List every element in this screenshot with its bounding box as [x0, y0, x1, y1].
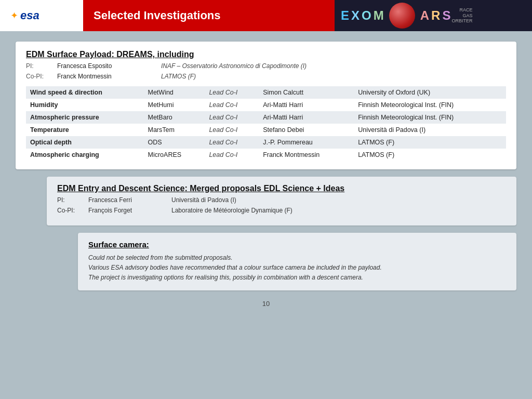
title-text: Selected Investigations	[94, 9, 221, 22]
edm-entry-descent-card: EDM Entry and Descent Science: Merged pr…	[47, 177, 516, 225]
instrument-institution: Finnish Meteorological Inst. (FIN)	[354, 99, 506, 111]
table-row: Humidity MetHumi Lead Co-I Ari-Matti Har…	[26, 99, 506, 111]
instrument-name: Temperature	[26, 124, 144, 136]
instrument-person: J.-P. Pommereau	[259, 136, 354, 149]
main-content: EDM Surface Payload: DREAMS, including P…	[0, 31, 532, 318]
instrument-institution: University of Oxford (UK)	[354, 86, 506, 99]
card2-title-underline: EDM Entry and Descent Science	[57, 184, 184, 193]
letter-a: A	[419, 8, 430, 23]
instrument-role: Lead Co-I	[205, 99, 259, 111]
card3-line2: Various ESA advisory bodies have recomme…	[88, 263, 506, 273]
card2-copi-label: Co-PI:	[57, 206, 88, 215]
table-row: Temperature MarsTem Lead Co-I Stefano De…	[26, 124, 506, 136]
instrument-institution: LATMOS (F)	[354, 149, 506, 161]
pi-label: PI:	[26, 61, 57, 71]
instrument-person: Ari-Matti Harri	[259, 111, 354, 124]
card2-pi-label: PI:	[57, 195, 88, 205]
card1-title-underline: EDM Surface Payload	[26, 50, 112, 59]
race-gas-orbiter-badge: RACE GAS ORBITER	[451, 7, 472, 24]
instrument-code: MicroARES	[144, 149, 205, 161]
instrument-role: Lead Co-I	[205, 86, 259, 99]
instrument-name: Optical depth	[26, 136, 144, 149]
card3-line1: Could not be selected from the submitted…	[88, 253, 506, 263]
instrument-name: Atmospheric pressure	[26, 111, 144, 124]
instrument-name: Atmospheric charging	[26, 149, 144, 161]
card3-body: Could not be selected from the submitted…	[88, 253, 506, 283]
esa-star-icon: ✦	[10, 10, 18, 21]
card1-title: EDM Surface Payload: DREAMS, including	[26, 50, 506, 59]
instrument-role: Lead Co-I	[205, 111, 259, 124]
page-header: ✦ esa Selected Investigations E X O M A …	[0, 0, 532, 31]
instrument-institution: Università di Padova (I)	[354, 124, 506, 136]
instrument-code: MetBaro	[144, 111, 205, 124]
instrument-role: Lead Co-I	[205, 124, 259, 136]
card3-title: Surface camera:	[88, 240, 506, 249]
page-title: Selected Investigations	[83, 0, 335, 31]
instrument-name: Wind speed & direction	[26, 86, 144, 99]
esa-logo-area: ✦ esa	[0, 0, 83, 31]
instruments-table: Wind speed & direction MetWind Lead Co-I…	[26, 86, 506, 161]
card2-title-rest: : Merged proposals EDL Science + Ideas	[184, 184, 344, 193]
exomars-letters: E X O M A R S	[340, 3, 451, 29]
mars-planet-graphic	[389, 3, 415, 29]
surface-camera-card: Surface camera: Could not be selected fr…	[78, 233, 516, 290]
copi-label: Co-PI:	[26, 72, 57, 81]
letter-r: R	[430, 8, 441, 23]
card3-line3: The project is investigating options for…	[88, 273, 506, 283]
esa-text: esa	[20, 9, 39, 22]
letter-s: S	[441, 8, 451, 23]
instrument-person: Franck Montmessin	[259, 149, 354, 161]
table-row: Wind speed & direction MetWind Lead Co-I…	[26, 86, 506, 99]
pi-name: Francesca Esposito	[57, 61, 161, 71]
copi-name: Franck Montmessin	[57, 72, 161, 81]
instrument-code: MetHumi	[144, 99, 205, 111]
card2-pi-institution: Università di Padova (I)	[171, 195, 506, 205]
table-row: Optical depth ODS Lead Co-I J.-P. Pommer…	[26, 136, 506, 149]
card2-copi-institution: Laboratoire de Météorologie Dynamique (F…	[171, 206, 506, 215]
card1-credits: PI: Francesca Esposito INAF – Osservator…	[26, 61, 506, 81]
instrument-code: MarsTem	[144, 124, 205, 136]
letter-m: M	[373, 8, 385, 23]
instrument-role: Lead Co-I	[205, 149, 259, 161]
esa-logo: ✦ esa	[10, 9, 39, 22]
card2-title: EDM Entry and Descent Science: Merged pr…	[57, 184, 506, 193]
edm-surface-payload-card: EDM Surface Payload: DREAMS, including P…	[16, 42, 516, 169]
copi-institution: LATMOS (F)	[161, 72, 506, 81]
instrument-code: MetWind	[144, 86, 205, 99]
exomars-branding: E X O M A R S RACE GAS ORBITER	[335, 0, 532, 31]
letter-x: X	[350, 8, 361, 23]
card1-title-rest: : DREAMS, including	[112, 50, 194, 59]
instrument-person: Ari-Matti Harri	[259, 99, 354, 111]
page-number: 10	[16, 300, 516, 308]
card2-credits: PI: Francesca Ferri Università di Padova…	[57, 195, 506, 215]
instrument-person: Stefano Debei	[259, 124, 354, 136]
instrument-institution: LATMOS (F)	[354, 136, 506, 149]
instrument-person: Simon Calcutt	[259, 86, 354, 99]
instrument-name: Humidity	[26, 99, 144, 111]
table-row: Atmospheric pressure MetBaro Lead Co-I A…	[26, 111, 506, 124]
instrument-role: Lead Co-I	[205, 136, 259, 149]
pi-institution: INAF – Osservatorio Astronomico di Capod…	[161, 61, 506, 71]
card2-copi-name: François Forget	[88, 206, 171, 215]
card2-pi-name: Francesca Ferri	[88, 195, 171, 205]
table-row: Atmospheric charging MicroARES Lead Co-I…	[26, 149, 506, 161]
letter-o: O	[361, 8, 373, 23]
letter-e: E	[340, 8, 350, 23]
instrument-code: ODS	[144, 136, 205, 149]
instrument-institution: Finnish Meteorological Inst. (FIN)	[354, 111, 506, 124]
